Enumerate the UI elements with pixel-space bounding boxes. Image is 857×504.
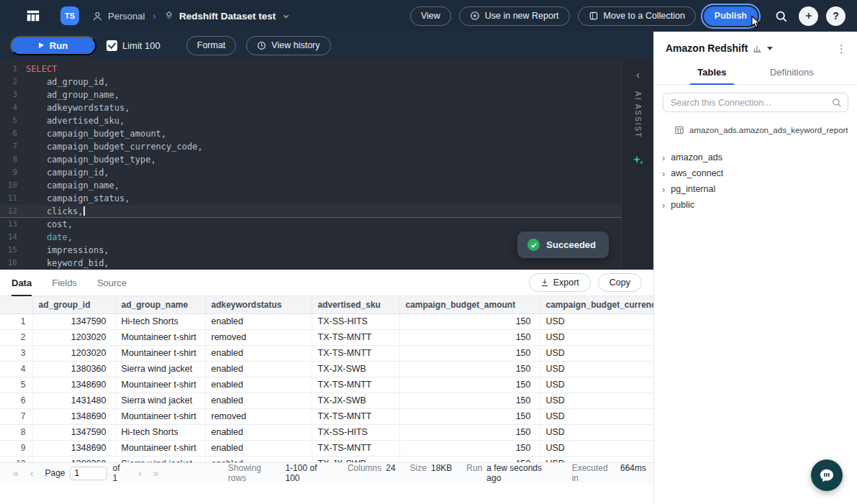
table-cell[interactable]: Hi-tech Shorts bbox=[115, 424, 205, 440]
code-line[interactable]: 4 adkeywordstatus, bbox=[0, 101, 653, 114]
table-cell[interactable]: removed bbox=[205, 329, 312, 345]
table-cell[interactable]: USD bbox=[540, 393, 653, 408]
table-cell[interactable]: 1348690 bbox=[32, 377, 115, 393]
publish-button[interactable]: Publish bbox=[704, 6, 758, 26]
table-cell[interactable]: TX-SS-HITS bbox=[312, 424, 399, 440]
table-cell[interactable]: 150 bbox=[399, 440, 540, 456]
tab-fields[interactable]: Fields bbox=[52, 270, 77, 295]
table-cell[interactable]: USD bbox=[540, 377, 653, 393]
table-cell[interactable]: Sierra wind jacket bbox=[115, 456, 205, 462]
copy-button[interactable]: Copy bbox=[598, 273, 642, 292]
row-number[interactable]: 8 bbox=[0, 424, 32, 440]
schema-item[interactable]: ›public bbox=[654, 197, 857, 213]
table-cell[interactable]: 150 bbox=[399, 377, 540, 393]
table-cell[interactable]: 150 bbox=[399, 313, 540, 329]
row-number[interactable]: 1 bbox=[0, 313, 32, 329]
table-cell[interactable]: enabled bbox=[205, 361, 312, 377]
table-cell[interactable]: USD bbox=[540, 456, 653, 462]
pinned-table-item[interactable]: amazon_ads.amazon_ads_keyword_report bbox=[654, 122, 857, 138]
tab-source[interactable]: Source bbox=[97, 270, 127, 295]
table-cell[interactable]: Mountaineer t-shirt bbox=[115, 408, 205, 424]
avatar[interactable]: TS bbox=[60, 6, 79, 25]
view-button[interactable]: View bbox=[410, 6, 451, 26]
table-cell[interactable]: TX-TS-MNTT bbox=[312, 345, 399, 361]
row-number[interactable]: 9 bbox=[0, 440, 32, 456]
chevron-right-icon[interactable]: › bbox=[662, 169, 665, 178]
code-line[interactable]: 2 ad_group_id, bbox=[0, 75, 653, 88]
table-cell[interactable]: USD bbox=[540, 361, 653, 377]
code-line[interactable]: 5 advertised_sku, bbox=[0, 114, 653, 127]
code-line[interactable]: 11 campaign_status, bbox=[0, 192, 653, 205]
table-cell[interactable]: 1348690 bbox=[32, 440, 115, 456]
table-cell[interactable]: 1380360 bbox=[32, 456, 115, 462]
chevron-right-icon[interactable]: › bbox=[662, 153, 665, 162]
table-cell[interactable]: enabled bbox=[205, 313, 312, 329]
last-page-button[interactable]: » bbox=[148, 467, 165, 479]
add-button[interactable] bbox=[799, 6, 818, 26]
table-cell[interactable]: 1347590 bbox=[32, 424, 115, 440]
table-cell[interactable]: TX-TS-MNTT bbox=[312, 440, 399, 456]
table-cell[interactable]: 1380360 bbox=[32, 361, 115, 377]
table-cell[interactable]: USD bbox=[540, 440, 653, 456]
code-line[interactable]: 6 campaign_budget_amount, bbox=[0, 127, 653, 140]
column-header[interactable]: ad_group_name bbox=[115, 296, 205, 313]
table-cell[interactable]: 1347590 bbox=[32, 313, 115, 329]
table-cell[interactable]: enabled bbox=[205, 345, 312, 361]
format-button[interactable]: Format bbox=[186, 36, 237, 55]
table-cell[interactable]: TX-TS-MNTT bbox=[312, 329, 399, 345]
use-in-new-report-button[interactable]: Use in new Report bbox=[459, 6, 570, 26]
tab-data[interactable]: Data bbox=[12, 270, 32, 295]
page-input[interactable] bbox=[70, 467, 107, 480]
search-button[interactable] bbox=[771, 6, 791, 26]
chat-launcher-button[interactable] bbox=[811, 459, 843, 491]
move-to-collection-button[interactable]: Move to a Collection bbox=[578, 6, 696, 26]
column-header[interactable]: campaign_budget_amount bbox=[399, 296, 540, 313]
row-number[interactable]: 3 bbox=[0, 345, 32, 361]
table-cell[interactable]: TX-TS-MNTT bbox=[312, 408, 399, 424]
code-line[interactable]: 8 campaign_budget_type, bbox=[0, 153, 653, 166]
column-header[interactable]: ad_group_id bbox=[32, 296, 115, 313]
app-logo-icon[interactable] bbox=[24, 7, 42, 24]
table-cell[interactable]: Mountaineer t-shirt bbox=[115, 329, 205, 345]
run-button[interactable]: Run bbox=[10, 36, 96, 55]
column-header[interactable]: adkeywordstatus bbox=[205, 296, 312, 313]
row-number[interactable]: 6 bbox=[0, 393, 32, 408]
first-page-button[interactable]: « bbox=[7, 467, 24, 479]
limit-checkbox[interactable] bbox=[106, 40, 117, 51]
table-cell[interactable]: 150 bbox=[399, 329, 540, 345]
table-cell[interactable]: TX-SS-HITS bbox=[312, 313, 399, 329]
help-button[interactable]: ? bbox=[826, 6, 845, 26]
collapse-chevron-icon[interactable]: ‹ bbox=[636, 69, 640, 80]
table-cell[interactable]: USD bbox=[540, 329, 653, 345]
column-header[interactable]: advertised_sku bbox=[312, 296, 399, 313]
table-cell[interactable]: enabled bbox=[205, 440, 312, 456]
table-cell[interactable]: 150 bbox=[399, 361, 540, 377]
code-line[interactable]: 12 clicks, bbox=[0, 205, 653, 218]
table-cell[interactable]: 150 bbox=[399, 345, 540, 361]
table-cell[interactable]: USD bbox=[540, 313, 653, 329]
table-cell[interactable]: 150 bbox=[399, 424, 540, 440]
document-title[interactable]: Redshift Dataset test bbox=[179, 11, 276, 22]
table-cell[interactable]: TX-JX-SWB bbox=[312, 456, 399, 462]
table-cell[interactable]: USD bbox=[540, 345, 653, 361]
table-cell[interactable]: Mountaineer t-shirt bbox=[115, 377, 205, 393]
table-cell[interactable]: 150 bbox=[399, 408, 540, 424]
tab-definitions[interactable]: Definitions bbox=[770, 60, 814, 84]
view-history-button[interactable]: View history bbox=[246, 36, 330, 55]
table-cell[interactable]: 150 bbox=[399, 456, 540, 462]
code-line[interactable]: 9 campaign_id, bbox=[0, 166, 653, 179]
row-number[interactable]: 7 bbox=[0, 408, 32, 424]
table-cell[interactable]: Sierra wind jacket bbox=[115, 393, 205, 408]
chevron-down-icon[interactable] bbox=[282, 12, 290, 20]
schema-item[interactable]: ›amazon_ads bbox=[654, 150, 857, 165]
table-cell[interactable]: TX-TS-MNTT bbox=[312, 377, 399, 393]
workspace-link[interactable]: Personal bbox=[108, 11, 145, 22]
ai-sparkle-icon[interactable] bbox=[632, 154, 644, 169]
code-line[interactable]: 10 campaign_name, bbox=[0, 179, 653, 192]
table-cell[interactable]: 1203020 bbox=[32, 345, 115, 361]
table-cell[interactable]: TX-JX-SWB bbox=[312, 361, 399, 377]
table-cell[interactable]: Sierra wind jacket bbox=[115, 361, 205, 377]
sql-editor[interactable]: 1SELECT2 ad_group_id,3 ad_group_name,4 a… bbox=[0, 59, 653, 270]
table-cell[interactable]: Mountaineer t-shirt bbox=[115, 440, 205, 456]
chevron-right-icon[interactable]: › bbox=[662, 201, 665, 210]
